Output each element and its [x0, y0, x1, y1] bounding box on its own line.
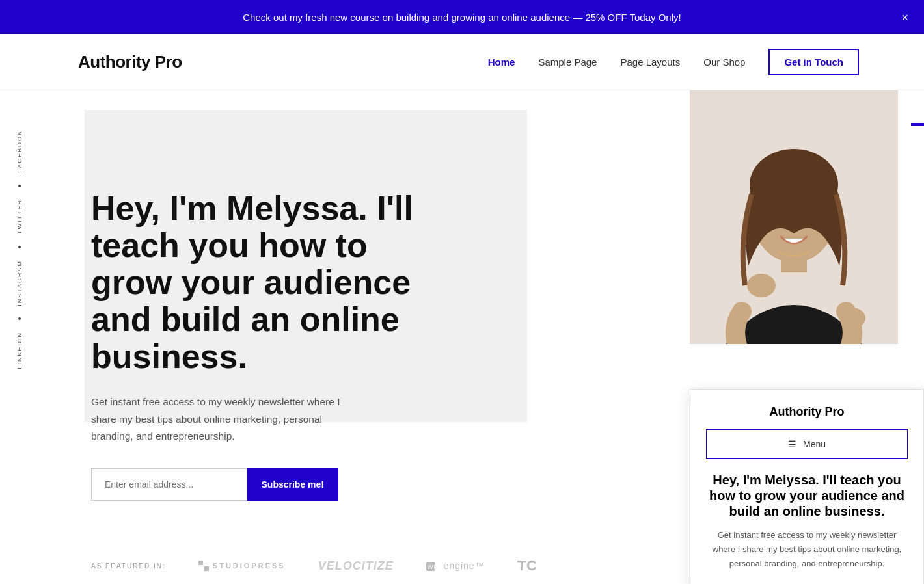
svg-point-12 — [839, 308, 865, 328]
mobile-menu-button[interactable]: ☰ Menu — [706, 429, 908, 459]
announcement-bar: Check out my fresh new course on buildin… — [0, 0, 924, 34]
hero-title: Hey, I'm Melyssa. I'll teach you how to … — [91, 190, 416, 376]
blue-accent-dash — [911, 123, 924, 126]
social-twitter[interactable]: TWITTER — [16, 199, 23, 234]
announcement-text: Check out my fresh new course on buildin… — [243, 12, 681, 23]
logo-velocitize: VELOCITIZE — [318, 559, 394, 573]
get-in-touch-button[interactable]: Get in Touch — [768, 49, 859, 75]
person-image-container — [690, 90, 898, 344]
social-dot-2 — [18, 246, 21, 248]
mobile-preview-title: Authority Pro — [706, 405, 908, 419]
mobile-hero-title: Hey, I'm Melyssa. I'll teach you how to … — [706, 472, 908, 519]
person-image — [690, 90, 898, 344]
featured-label: AS FEATURED IN: — [91, 563, 166, 570]
announcement-close-button[interactable]: × — [901, 12, 908, 23]
featured-logos-section: AS FEATURED IN: STUDIOPRESS VELOCITIZE W… — [91, 557, 677, 574]
logo-studiopress: STUDIOPRESS — [198, 561, 286, 571]
svg-point-10 — [802, 214, 812, 220]
svg-point-9 — [776, 214, 786, 220]
svg-text:WP: WP — [428, 564, 438, 570]
nav-item-page-layouts[interactable]: Page Layouts — [620, 57, 680, 68]
main-nav: Home Sample Page Page Layouts Our Shop G… — [488, 49, 859, 75]
main-content: Hey, I'm Melyssa. I'll teach you how to … — [0, 90, 924, 584]
hamburger-icon: ☰ — [788, 439, 796, 449]
svg-point-11 — [747, 274, 776, 297]
social-instagram[interactable]: INSTAGRAM — [16, 260, 23, 306]
email-signup-form: Subscribe me! — [91, 468, 338, 501]
hero-subtitle: Get instant free access to my weekly new… — [91, 393, 351, 445]
svg-rect-1 — [204, 566, 209, 571]
hero-content: Hey, I'm Melyssa. I'll teach you how to … — [91, 190, 625, 501]
email-input[interactable] — [91, 468, 247, 501]
mobile-preview-panel: Authority Pro ☰ Menu Hey, I'm Melyssa. I… — [690, 389, 924, 584]
hero-section: Hey, I'm Melyssa. I'll teach you how to … — [0, 90, 677, 584]
social-sidebar: FACEBOOK TWITTER INSTAGRAM LINKEDIN — [0, 130, 39, 369]
subscribe-button[interactable]: Subscribe me! — [247, 468, 338, 501]
social-dot-1 — [18, 185, 21, 187]
social-dot-3 — [18, 317, 21, 320]
social-facebook[interactable]: FACEBOOK — [16, 130, 23, 173]
header: Authority Pro Home Sample Page Page Layo… — [0, 34, 924, 90]
svg-rect-0 — [198, 561, 203, 565]
nav-item-our-shop[interactable]: Our Shop — [703, 57, 745, 68]
nav-item-home[interactable]: Home — [488, 57, 515, 68]
mobile-menu-label: Menu — [803, 439, 826, 449]
social-linkedin[interactable]: LINKEDIN — [16, 332, 23, 369]
mobile-hero-subtitle: Get instant free access to my weekly new… — [706, 528, 908, 571]
nav-item-sample-page[interactable]: Sample Page — [538, 57, 597, 68]
logo-wpengine: WP engine™ — [426, 561, 485, 571]
logo-tc: TC — [517, 557, 537, 574]
site-logo[interactable]: Authority Pro — [78, 52, 182, 72]
